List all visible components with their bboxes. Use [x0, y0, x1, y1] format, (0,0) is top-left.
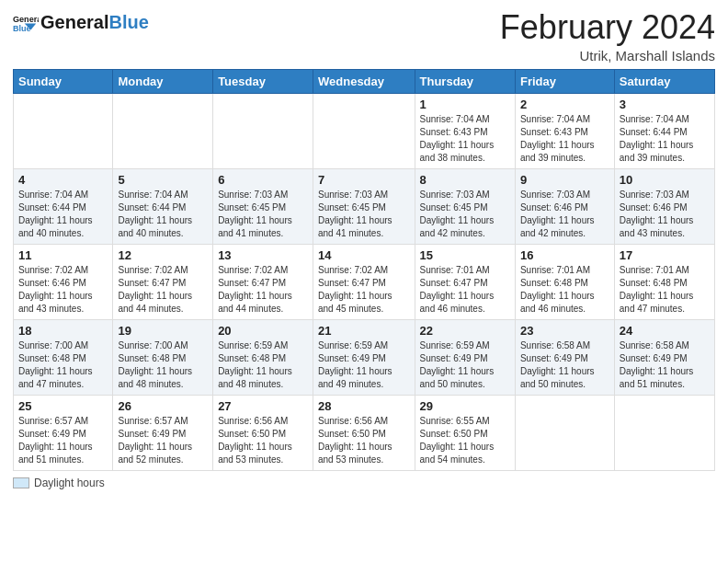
day-info: Sunrise: 7:03 AM Sunset: 6:46 PM Dayligh…: [620, 189, 710, 240]
day-number: 24: [620, 324, 710, 338]
day-cell: [313, 93, 415, 168]
day-cell: 23Sunrise: 6:58 AM Sunset: 6:49 PM Dayli…: [515, 319, 614, 395]
day-info: Sunrise: 6:58 AM Sunset: 6:49 PM Dayligh…: [520, 339, 609, 391]
day-info: Sunrise: 7:04 AM Sunset: 6:44 PM Dayligh…: [620, 113, 710, 165]
day-number: 16: [520, 248, 609, 262]
day-info: Sunrise: 6:58 AM Sunset: 6:49 PM Dayligh…: [620, 339, 710, 391]
col-friday: Friday: [515, 69, 614, 93]
day-info: Sunrise: 7:02 AM Sunset: 6:47 PM Dayligh…: [318, 264, 410, 316]
col-monday: Monday: [113, 69, 213, 93]
day-number: 25: [18, 399, 108, 413]
day-cell: 9Sunrise: 7:03 AM Sunset: 6:46 PM Daylig…: [515, 168, 614, 244]
day-cell: 3Sunrise: 7:04 AM Sunset: 6:44 PM Daylig…: [614, 93, 714, 168]
day-info: Sunrise: 6:59 AM Sunset: 6:48 PM Dayligh…: [218, 339, 308, 391]
day-info: Sunrise: 6:56 AM Sunset: 6:50 PM Dayligh…: [218, 415, 308, 466]
day-number: 12: [118, 248, 208, 262]
daylight-label: Daylight hours: [34, 477, 105, 489]
day-number: 23: [520, 324, 609, 338]
logo-icon: General Blue: [13, 9, 39, 35]
week-row-0: 1Sunrise: 7:04 AM Sunset: 6:43 PM Daylig…: [14, 93, 715, 168]
day-cell: 21Sunrise: 6:59 AM Sunset: 6:49 PM Dayli…: [313, 319, 415, 395]
logo-area: General Blue GeneralBlue: [13, 9, 149, 35]
day-cell: 26Sunrise: 6:57 AM Sunset: 6:49 PM Dayli…: [113, 395, 213, 470]
day-cell: [113, 93, 213, 168]
day-number: 11: [18, 248, 108, 262]
col-tuesday: Tuesday: [213, 69, 313, 93]
day-cell: 17Sunrise: 7:01 AM Sunset: 6:48 PM Dayli…: [614, 244, 714, 319]
day-cell: 29Sunrise: 6:55 AM Sunset: 6:50 PM Dayli…: [415, 395, 515, 470]
col-thursday: Thursday: [415, 69, 515, 93]
day-cell: 7Sunrise: 7:03 AM Sunset: 6:45 PM Daylig…: [313, 168, 415, 244]
day-info: Sunrise: 7:02 AM Sunset: 6:47 PM Dayligh…: [118, 264, 208, 316]
day-cell: 14Sunrise: 7:02 AM Sunset: 6:47 PM Dayli…: [313, 244, 415, 319]
day-info: Sunrise: 7:00 AM Sunset: 6:48 PM Dayligh…: [118, 339, 208, 391]
day-info: Sunrise: 7:01 AM Sunset: 6:48 PM Dayligh…: [520, 264, 609, 316]
day-info: Sunrise: 6:55 AM Sunset: 6:50 PM Dayligh…: [420, 415, 510, 466]
header: General Blue GeneralBlue February 2024 U…: [13, 9, 715, 63]
day-number: 19: [118, 324, 208, 338]
day-cell: 10Sunrise: 7:03 AM Sunset: 6:46 PM Dayli…: [614, 168, 714, 244]
day-info: Sunrise: 7:04 AM Sunset: 6:44 PM Dayligh…: [18, 189, 108, 240]
day-number: 7: [318, 173, 410, 187]
location: Utrik, Marshall Islands: [500, 48, 715, 63]
day-info: Sunrise: 7:03 AM Sunset: 6:45 PM Dayligh…: [318, 189, 410, 240]
day-number: 28: [318, 399, 410, 413]
day-cell: 19Sunrise: 7:00 AM Sunset: 6:48 PM Dayli…: [113, 319, 213, 395]
day-cell: 11Sunrise: 7:02 AM Sunset: 6:46 PM Dayli…: [14, 244, 113, 319]
day-cell: 28Sunrise: 6:56 AM Sunset: 6:50 PM Dayli…: [313, 395, 415, 470]
day-info: Sunrise: 7:04 AM Sunset: 6:44 PM Dayligh…: [118, 189, 208, 240]
day-cell: [213, 93, 313, 168]
day-number: 8: [420, 173, 510, 187]
day-info: Sunrise: 6:59 AM Sunset: 6:49 PM Dayligh…: [420, 339, 510, 391]
day-info: Sunrise: 6:59 AM Sunset: 6:49 PM Dayligh…: [318, 339, 410, 391]
title-area: February 2024 Utrik, Marshall Islands: [500, 9, 715, 63]
day-cell: 15Sunrise: 7:01 AM Sunset: 6:47 PM Dayli…: [415, 244, 515, 319]
day-number: 20: [218, 324, 308, 338]
week-row-1: 4Sunrise: 7:04 AM Sunset: 6:44 PM Daylig…: [14, 168, 715, 244]
logo-general: General: [40, 12, 108, 32]
day-cell: 13Sunrise: 7:02 AM Sunset: 6:47 PM Dayli…: [213, 244, 313, 319]
day-info: Sunrise: 7:01 AM Sunset: 6:48 PM Dayligh…: [620, 264, 710, 316]
day-info: Sunrise: 7:03 AM Sunset: 6:46 PM Dayligh…: [520, 189, 609, 240]
day-number: 13: [218, 248, 308, 262]
col-wednesday: Wednesday: [313, 69, 415, 93]
day-number: 1: [420, 98, 510, 111]
day-cell: 6Sunrise: 7:03 AM Sunset: 6:45 PM Daylig…: [213, 168, 313, 244]
day-number: 6: [218, 173, 308, 187]
header-row: Sunday Monday Tuesday Wednesday Thursday…: [14, 69, 715, 93]
day-number: 5: [118, 173, 208, 187]
day-info: Sunrise: 7:03 AM Sunset: 6:45 PM Dayligh…: [218, 189, 308, 240]
day-number: 15: [420, 248, 510, 262]
day-info: Sunrise: 7:01 AM Sunset: 6:47 PM Dayligh…: [420, 264, 510, 316]
day-info: Sunrise: 7:03 AM Sunset: 6:45 PM Dayligh…: [420, 189, 510, 240]
day-number: 3: [620, 98, 710, 111]
day-info: Sunrise: 7:02 AM Sunset: 6:47 PM Dayligh…: [218, 264, 308, 316]
calendar-table: Sunday Monday Tuesday Wednesday Thursday…: [13, 69, 715, 471]
day-cell: [614, 395, 714, 470]
day-number: 4: [18, 173, 108, 187]
day-number: 26: [118, 399, 208, 413]
day-cell: 4Sunrise: 7:04 AM Sunset: 6:44 PM Daylig…: [14, 168, 113, 244]
day-cell: 25Sunrise: 6:57 AM Sunset: 6:49 PM Dayli…: [14, 395, 113, 470]
day-cell: 22Sunrise: 6:59 AM Sunset: 6:49 PM Dayli…: [415, 319, 515, 395]
day-info: Sunrise: 7:00 AM Sunset: 6:48 PM Dayligh…: [18, 339, 108, 391]
daylight-swatch: [13, 477, 29, 488]
day-cell: 20Sunrise: 6:59 AM Sunset: 6:48 PM Dayli…: [213, 319, 313, 395]
col-saturday: Saturday: [614, 69, 714, 93]
day-number: 10: [620, 173, 710, 187]
day-number: 21: [318, 324, 410, 338]
day-number: 27: [218, 399, 308, 413]
day-info: Sunrise: 6:56 AM Sunset: 6:50 PM Dayligh…: [318, 415, 410, 466]
week-row-3: 18Sunrise: 7:00 AM Sunset: 6:48 PM Dayli…: [14, 319, 715, 395]
svg-text:Blue: Blue: [13, 24, 31, 33]
day-cell: 5Sunrise: 7:04 AM Sunset: 6:44 PM Daylig…: [113, 168, 213, 244]
day-info: Sunrise: 7:02 AM Sunset: 6:46 PM Dayligh…: [18, 264, 108, 316]
day-number: 9: [520, 173, 609, 187]
day-info: Sunrise: 6:57 AM Sunset: 6:49 PM Dayligh…: [118, 415, 208, 466]
day-number: 18: [18, 324, 108, 338]
footer: Daylight hours: [13, 477, 715, 489]
day-cell: 24Sunrise: 6:58 AM Sunset: 6:49 PM Dayli…: [614, 319, 714, 395]
logo-blue: Blue: [108, 12, 148, 32]
day-number: 29: [420, 399, 510, 413]
day-cell: 12Sunrise: 7:02 AM Sunset: 6:47 PM Dayli…: [113, 244, 213, 319]
